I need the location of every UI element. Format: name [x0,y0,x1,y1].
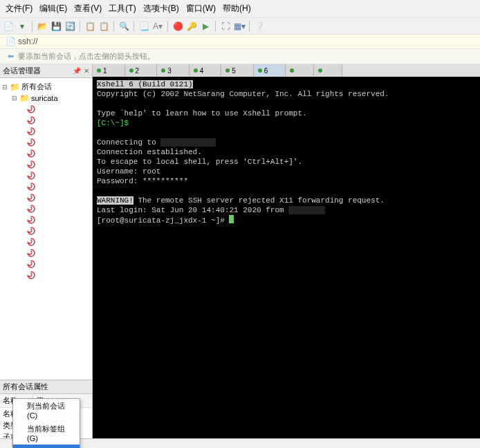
warning-text: The remote SSH server rejected X11 forwa… [133,196,385,205]
props-icon[interactable]: 📃 [138,21,149,32]
session-tab[interactable] [314,64,342,77]
save-icon[interactable]: 💾 [50,21,62,32]
open-icon[interactable]: 📂 [37,21,48,32]
tree-session[interactable] [1,236,91,248]
context-menu-label: 到当前会话(C) [27,402,65,420]
terminal-connected: Connection established. [97,148,202,156]
font-icon[interactable]: A▾ [152,21,163,32]
session-swirl-icon [26,259,36,269]
session-swirl-icon [26,138,36,147]
close-panel-icon[interactable]: ✕ [84,67,89,75]
context-menu-item[interactable]: ✓全部会话(A) [13,445,80,448]
terminal-title: Xshell 6 (Build 0121) [97,80,193,88]
fullscreen-icon[interactable]: ⛶ [220,21,231,32]
tree-session[interactable] [1,225,91,236]
new-tab-icon[interactable]: ▾ [17,21,28,32]
session-swirl-icon [26,215,36,225]
terminal-user: Username: root [97,167,160,176]
tree-session[interactable] [1,159,91,170]
session-manager-title: 会话管理器 📌 ✕ [0,64,92,78]
tree-folder[interactable]: ⊟ 📁 suricata [1,93,91,104]
context-menu[interactable]: 到当前会话(C)当前标签组(G)✓全部会话(A)全部Xshell(X) [12,398,80,448]
tab-label: 6 [264,67,268,75]
last-login: Last login: Sat Jun 20 14:40:21 2020 fro… [97,206,288,214]
session-swirl-icon [26,193,36,203]
content-area: 1 2 3 4 5 6 Xshell 6 (Build 0121) Copyri… [93,64,480,443]
session-swirl-icon [26,149,36,158]
pin-icon[interactable]: 📌 [73,67,81,75]
new-session-icon[interactable]: 📄 [3,21,14,32]
session-lock-icon: 📄 [6,37,15,46]
tree-session[interactable] [1,148,91,159]
main-area: 会话管理器 📌 ✕ ⊟ 📁 所有会话 ⊟ 📁 suricata [0,64,480,443]
tree-session[interactable] [1,104,91,115]
terminal-help: Type `help' to learn how to use Xshell p… [97,109,307,118]
tree-session[interactable] [1,181,91,192]
tab-label: 1 [103,67,107,75]
arrow-left-icon[interactable]: ⬅ [6,52,15,62]
menu-view[interactable]: 查看(V) [71,1,104,16]
menu-window[interactable]: 窗口(W) [183,1,219,16]
terminal-copyright: Copyright (c) 2002 NetSarang Computer, I… [97,90,389,98]
terminal-pass: Password: ********** [97,177,188,185]
session-tab[interactable]: 3 [157,64,190,77]
search-icon[interactable]: 🔍 [118,21,129,32]
tree-session[interactable] [1,248,91,259]
layout-icon[interactable]: ▦▾ [234,21,245,32]
toolbar: 📄 ▾ 📂 💾 🔄 📋 📋 🔍 📃 A▾ 🔴 🔑 ▶ ⛶ ▦▾ ❔ [0,18,480,35]
tree-session[interactable] [1,259,91,270]
terminal-connecting: Connecting to [97,138,160,147]
copy-icon[interactable]: 📋 [84,21,95,32]
color-icon[interactable]: 🔴 [172,21,183,32]
session-swirl-icon [26,160,36,169]
session-tab[interactable]: 6 [254,64,286,77]
help-icon[interactable]: ❔ [254,21,265,32]
session-swirl-icon [26,115,36,125]
session-tab[interactable] [286,64,314,77]
tree-session[interactable] [1,214,91,225]
session-swirl-icon [26,171,36,180]
tree-session[interactable] [1,170,91,181]
expander-icon[interactable]: ⊟ [11,95,18,102]
reconnect-icon[interactable]: 🔄 [64,21,75,32]
status-dot-icon [225,68,230,73]
tree-session[interactable] [1,270,91,281]
address-text: ssh:// [18,37,38,46]
session-tab[interactable]: 1 [93,64,125,77]
key-icon[interactable]: 🔑 [186,21,197,32]
context-menu-item[interactable]: 到当前会话(C) [13,399,80,422]
address-bar[interactable]: 📄 ssh:// [0,35,480,49]
menu-help[interactable]: 帮助(H) [220,1,254,16]
session-swirl-icon [26,182,36,192]
status-dot-icon [194,68,198,73]
menu-edit[interactable]: 编辑(E) [37,1,70,16]
menu-file[interactable]: 文件(F) [3,1,35,16]
tree-session[interactable] [1,192,91,203]
tree-root[interactable]: ⊟ 📁 所有会话 [1,81,91,93]
session-tree[interactable]: ⊟ 📁 所有会话 ⊟ 📁 suricata [0,78,92,380]
session-tab[interactable]: 2 [125,64,158,77]
tree-session[interactable] [1,203,91,214]
expander-icon[interactable]: ⊟ [1,84,8,91]
session-swirl-icon [26,127,36,136]
paste-icon[interactable]: 📋 [98,21,109,32]
status-dot-icon [258,68,262,73]
status-dot-icon [97,68,101,73]
tip-text: 要添加当前会话，点击左侧的箭头按钮。 [18,51,155,62]
tab-label: 2 [136,67,140,75]
session-swirl-icon [26,204,36,214]
context-menu-item[interactable]: 当前标签组(G) [13,422,80,445]
menu-tools[interactable]: 工具(T) [106,1,138,16]
tree-session[interactable] [1,126,91,137]
status-dot-icon [129,68,133,73]
tree-session[interactable] [1,137,91,148]
session-tabs: 1 2 3 4 5 6 [93,64,480,77]
status-dot-icon [161,68,165,73]
session-tab[interactable]: 5 [221,64,254,77]
script-icon[interactable]: ▶ [200,21,211,32]
terminal[interactable]: Xshell 6 (Build 0121) Copyright (c) 2002… [93,77,480,443]
tree-session[interactable] [1,115,91,126]
session-tab[interactable]: 4 [190,64,222,77]
menu-bar: 文件(F) 编辑(E) 查看(V) 工具(T) 选项卡(B) 窗口(W) 帮助(… [0,0,480,18]
menu-tabs[interactable]: 选项卡(B) [140,1,182,16]
